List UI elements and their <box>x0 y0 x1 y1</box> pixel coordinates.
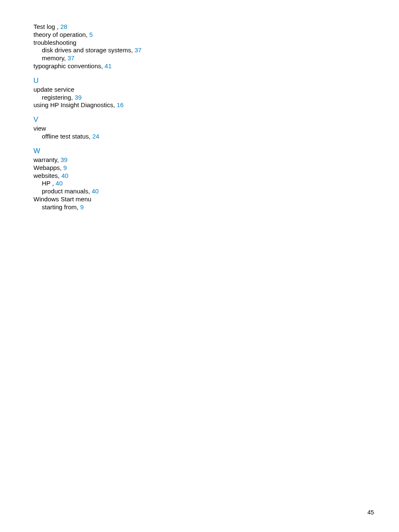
index-entry-test-log: Test log , 28 <box>33 23 374 31</box>
page-ref[interactable]: 24 <box>92 133 100 140</box>
index-heading-w: W <box>33 146 374 155</box>
page-ref[interactable]: 9 <box>63 164 66 171</box>
page-ref[interactable]: 40 <box>61 172 69 179</box>
page-ref[interactable]: 40 <box>92 188 99 195</box>
page-ref[interactable]: 37 <box>135 46 142 54</box>
index-subentry-starting-from: starting from, 9 <box>33 203 374 211</box>
index-text: product manuals, <box>42 188 90 195</box>
index-text: websites, <box>33 172 60 179</box>
index-entry-websites: websites, 40 <box>33 172 374 180</box>
index-text: warranty, <box>33 156 59 163</box>
index-entry-typographic: typographic conventions, 41 <box>33 62 374 70</box>
index-subentry-offline-test-status: offline test status, 24 <box>33 133 374 141</box>
index-subentry-product-manuals: product manuals, 40 <box>33 188 374 195</box>
index-entry-webapps: Webapps, 9 <box>33 164 374 172</box>
page-ref[interactable]: 16 <box>117 101 124 108</box>
index-text: Webapps, <box>33 164 61 171</box>
page-ref[interactable]: 28 <box>60 23 67 30</box>
page-ref[interactable]: 40 <box>56 180 63 187</box>
index-entry-troubleshooting: troubleshooting <box>33 39 374 47</box>
index-entry-theory: theory of operation, 5 <box>33 31 374 39</box>
index-text: using HP Insight Diagnostics, <box>33 101 115 108</box>
index-subentry-memory: memory, 37 <box>33 54 374 62</box>
index-text: starting from, <box>42 203 79 211</box>
index-entry-using-insight: using HP Insight Diagnostics, 16 <box>33 101 374 109</box>
index-entry-view: view <box>33 125 374 133</box>
index-text: theory of operation, <box>33 31 87 38</box>
page-ref[interactable]: 39 <box>61 156 68 163</box>
index-text: typographic conventions, <box>33 62 103 69</box>
index-entry-windows-start-menu: Windows Start menu <box>33 195 374 203</box>
index-heading-v: V <box>33 115 374 124</box>
index-text: troubleshooting <box>33 39 77 46</box>
page-ref[interactable]: 5 <box>89 31 92 38</box>
index-entry-warranty: warranty, 39 <box>33 156 374 164</box>
index-text: memory, <box>42 54 66 62</box>
index-text: Test log , <box>33 23 59 30</box>
page-ref[interactable]: 41 <box>105 62 112 69</box>
index-subentry-registering: registering, 39 <box>33 94 374 102</box>
index-text: offline test status, <box>42 133 90 140</box>
index-text: update service <box>33 86 74 93</box>
index-text: HP , <box>42 180 54 187</box>
index-text: view <box>33 125 46 132</box>
index-text: disk drives and storage systems, <box>42 46 133 54</box>
page-ref[interactable]: 37 <box>67 54 74 62</box>
index-entry-update-service: update service <box>33 86 374 94</box>
index-subentry-disk-drives: disk drives and storage systems, 37 <box>33 46 374 54</box>
index-text: registering, <box>42 94 73 101</box>
index-heading-u: U <box>33 76 374 85</box>
index-text: Windows Start menu <box>33 195 91 203</box>
page-ref[interactable]: 9 <box>80 203 84 211</box>
index-page: Test log , 28 theory of operation, 5 tro… <box>0 0 399 532</box>
page-ref[interactable]: 39 <box>74 94 82 101</box>
page-number: 45 <box>367 509 374 517</box>
index-subentry-hp: HP , 40 <box>33 180 374 188</box>
